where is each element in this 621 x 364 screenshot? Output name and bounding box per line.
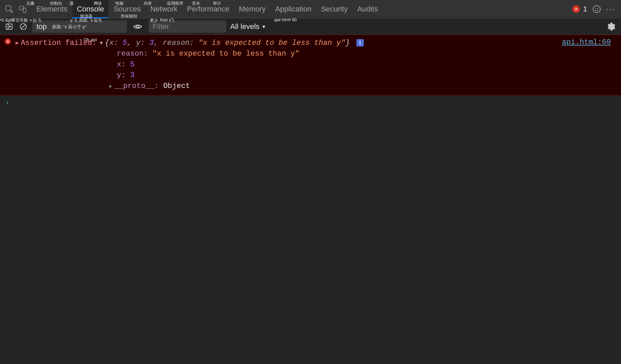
tab-audits[interactable]: Audits	[352, 0, 382, 18]
zh-security: 安全	[192, 1, 200, 6]
console-prompt[interactable]: ›	[0, 95, 621, 110]
chevron-down-icon: ▼	[262, 24, 266, 29]
object-preview[interactable]: {x: 5, y: 3, reason: "x is expected to b…	[105, 38, 363, 49]
zh-performance: 性能	[115, 1, 124, 6]
console-output: api.html:60 Ob_act ▶ Assertion failed: ▼…	[0, 35, 621, 364]
svg-point-5	[598, 8, 598, 8]
zh-reason-lt: 原因: "x 应小于 y"	[52, 24, 86, 30]
zh-assert-fail: •S &gt断言失败: v {x: 5,	[0, 18, 42, 23]
proto-val: Object	[163, 81, 190, 92]
prop-y[interactable]: y: 3	[117, 70, 616, 81]
live-expression-icon[interactable]	[133, 22, 142, 31]
console-settings-icon[interactable]	[606, 22, 616, 31]
zh-audits: 审计	[213, 1, 221, 6]
filter-placeholder: Filter	[153, 22, 169, 31]
prop-x[interactable]: x: 5	[117, 59, 616, 70]
exp-val-y: 3	[130, 71, 135, 80]
exp-key-x: x:	[117, 60, 126, 69]
exp-key-reason: reason:	[117, 50, 148, 58]
levels-label: All levels	[230, 22, 260, 31]
error-header-row[interactable]: ▶ Assertion failed: ▼ {x: 5, y: 3, reaso…	[5, 38, 616, 49]
tab-memory[interactable]: Memory	[234, 0, 270, 18]
exp-key-y: y:	[117, 71, 126, 80]
zh-elements: 元素	[26, 1, 34, 6]
devtools-tabbar: 元素 控制台 源 网络 性能 内存 应用程序 安全 审计 Elements Co…	[0, 0, 621, 19]
proto-key: __proto__:	[114, 81, 159, 92]
collapse-object-icon[interactable]: ▼	[100, 38, 103, 49]
key-reason: reason:	[163, 39, 194, 47]
exp-val-reason: "x is expected to be less than y"	[153, 50, 300, 58]
feedback-icon[interactable]	[592, 4, 601, 14]
zh-application: 应用程序	[167, 1, 183, 6]
more-menu-icon[interactable]: ···	[606, 4, 616, 14]
tab-performance[interactable]: Performance	[182, 0, 234, 18]
zh-sources: 源	[70, 1, 74, 6]
zh-all-levels: 所有级别	[121, 13, 137, 19]
tab-application[interactable]: Application	[270, 0, 316, 18]
console-toolbar: top 原因: "x 应小于 y" Filter All levels ▼ •S…	[0, 19, 621, 35]
zh-reason-y3: y: 3, 原因: "x 应为	[70, 18, 102, 23]
key-x: x:	[109, 39, 118, 47]
zh-ape-src: ape html• 60	[274, 18, 297, 22]
key-y: y:	[136, 39, 145, 47]
source-link[interactable]: api.html:60	[562, 37, 611, 48]
context-label: top	[36, 22, 47, 31]
tab-security[interactable]: Security	[316, 0, 352, 18]
svg-point-4	[595, 8, 596, 8]
brace-open: {	[105, 39, 109, 47]
zh-memory: 内存	[144, 1, 152, 6]
zh-thany: than y"}	[160, 18, 174, 22]
zh-console: 控制台	[50, 1, 62, 6]
prop-reason[interactable]: reason: "x is expected to be less than y…	[117, 49, 616, 59]
info-badge-icon[interactable]: i	[356, 39, 364, 47]
svg-point-3	[593, 5, 600, 13]
prompt-caret-icon: ›	[5, 99, 9, 107]
val-y: 3	[150, 39, 154, 47]
expand-entry-icon[interactable]: ▶	[16, 38, 19, 49]
exp-val-x: 5	[130, 60, 135, 69]
brace-close: }	[345, 39, 350, 47]
zh-less: 更少	[150, 18, 158, 23]
expand-proto-icon[interactable]: ▶	[109, 81, 112, 92]
val-reason: "x is expected to be less than y"	[198, 39, 346, 47]
log-level-selector[interactable]: All levels ▼	[230, 22, 266, 31]
zh-object: Ob_act	[84, 35, 97, 45]
error-count: 1	[583, 5, 587, 13]
val-x: 5	[123, 39, 127, 47]
inspect-element-icon[interactable]	[3, 3, 15, 15]
console-error-entry[interactable]: api.html:60 Ob_act ▶ Assertion failed: ▼…	[0, 35, 621, 95]
zh-network: 网络	[94, 1, 102, 6]
error-icon	[5, 38, 11, 44]
prop-proto[interactable]: ▶ __proto__: Object	[5, 81, 616, 92]
error-count-badge-icon[interactable]	[572, 5, 580, 13]
svg-point-8	[137, 25, 139, 28]
object-expanded: reason: "x is expected to be less than y…	[5, 49, 616, 81]
